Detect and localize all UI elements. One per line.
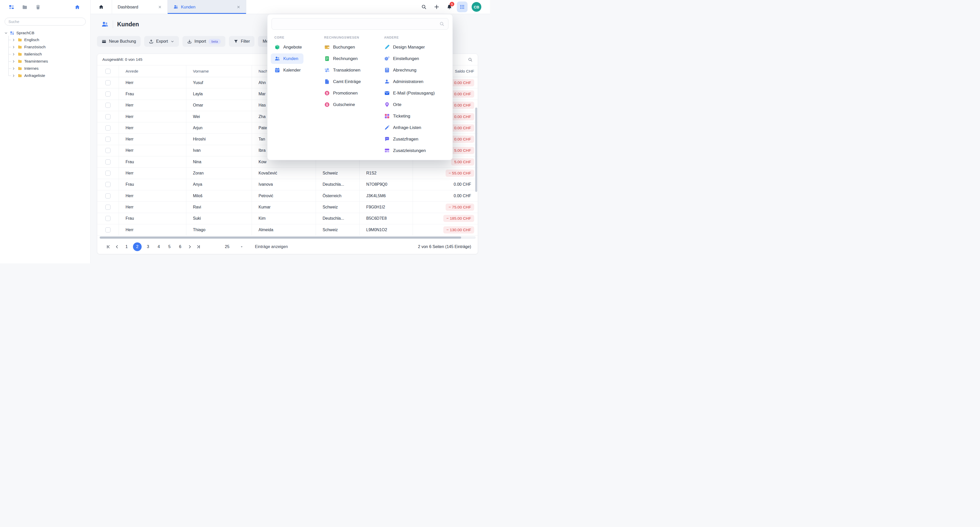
row-checkbox[interactable] — [105, 148, 110, 153]
page-2-button[interactable]: 2 — [133, 243, 142, 251]
filter-button[interactable]: Filter — [229, 36, 255, 47]
horizontal-scrollbar-thumb[interactable] — [100, 236, 461, 239]
row-checkbox[interactable] — [105, 125, 110, 131]
row-checkbox[interactable] — [105, 227, 110, 232]
app-item-kunden[interactable]: Kunden — [271, 53, 304, 64]
home-icon — [99, 4, 104, 10]
tab-kunden[interactable]: Kunden — [168, 0, 246, 14]
rail-tree-view-button[interactable] — [9, 4, 14, 10]
vertical-scrollbar-thumb[interactable] — [475, 107, 477, 192]
page-3-button[interactable]: 3 — [144, 243, 152, 251]
neue-buchung-button[interactable]: Neue Buchung — [97, 36, 141, 47]
app-item-administratoren[interactable]: Administratoren — [384, 77, 450, 87]
close-icon[interactable] — [237, 5, 240, 9]
global-search-button[interactable] — [418, 2, 429, 12]
tree-item-anfrageliste[interactable]: Anfrageliste — [12, 72, 88, 79]
table-row[interactable]: Frau Anya Ivanova Deutschla... N7O8P9Q0 … — [97, 179, 478, 190]
table-row[interactable]: Herr Thiago Almeida Schweiz L9M0N1O2 − 1… — [97, 224, 478, 236]
tree-item-teaminternes[interactable]: Teaminternes — [12, 58, 88, 65]
tree-root[interactable]: SprachCB — [3, 30, 88, 36]
page-4-button[interactable]: 4 — [154, 243, 163, 251]
app-item-transaktionen[interactable]: Transaktionen — [324, 65, 384, 75]
app-item-gutscheine[interactable]: $ Gutscheine — [324, 99, 384, 110]
notifications-button[interactable]: 1 — [444, 2, 455, 12]
tree-item-englisch[interactable]: Englisch — [12, 36, 88, 43]
app-item-camt-eintraege[interactable]: Camt Einträge — [324, 77, 384, 87]
table-search-button[interactable] — [468, 57, 473, 62]
rail-folder-button[interactable] — [22, 4, 27, 10]
app-item-anfrage-listen[interactable]: Anfrage-Listen — [384, 122, 450, 133]
app-item-label: Angebote — [283, 45, 302, 50]
table-row[interactable]: Herr Miloš Petrović Österreich J3K4L5M6 … — [97, 190, 478, 201]
filter-icon — [234, 39, 239, 44]
apps-grid-button[interactable] — [457, 2, 468, 12]
app-item-rechnungen[interactable]: Rechnungen — [324, 53, 384, 64]
row-checkbox[interactable] — [105, 171, 110, 176]
cell-land: Schweiz — [316, 168, 360, 179]
column-header-vorname[interactable]: Vorname — [186, 65, 252, 77]
table-row[interactable]: Frau Suki Kim Deutschla... B5C6D7E8 − 18… — [97, 213, 478, 224]
page-5-button[interactable]: 5 — [165, 243, 174, 251]
row-checkbox[interactable] — [105, 160, 110, 164]
saldo-value: − 55.00 CHF — [445, 169, 474, 177]
row-checkbox[interactable] — [105, 103, 110, 108]
sidebar: SprachCB Englisch Französisch Italienisc… — [0, 0, 91, 264]
previous-page-button[interactable] — [113, 243, 121, 251]
page-title: Kunden — [117, 21, 139, 28]
tree-item-label: Anfrageliste — [24, 73, 45, 78]
app-item-promotionen[interactable]: $ Promotionen — [324, 88, 384, 98]
add-button[interactable] — [431, 2, 442, 12]
next-page-button[interactable] — [186, 243, 194, 251]
table-row[interactable]: Herr Ravi Kumar Schweiz F9G0H1I2 − 75.00… — [97, 201, 478, 213]
rail-trash-button[interactable] — [35, 4, 41, 10]
app-item-angebote[interactable]: Angebote — [274, 42, 324, 53]
app-item-zusatzfragen[interactable]: Zusatzfragen — [384, 134, 450, 144]
apps-search-input[interactable] — [275, 22, 439, 26]
row-checkbox[interactable] — [105, 91, 110, 97]
app-item-kalender[interactable]: Kalender — [274, 65, 324, 75]
cell-code: J3K4L5M6 — [360, 190, 413, 201]
first-page-button[interactable] — [104, 243, 113, 251]
row-checkbox[interactable] — [105, 216, 110, 221]
row-checkbox[interactable] — [105, 193, 110, 198]
chevron-right-icon — [12, 59, 16, 63]
sidebar-search-input[interactable] — [5, 18, 86, 26]
cell-anrede: Herr — [119, 190, 186, 201]
app-item-abrechnung[interactable]: Abrechnung — [384, 65, 450, 75]
page-size-select[interactable]: 25 — [225, 244, 244, 249]
tab-home[interactable] — [91, 0, 112, 14]
avatar[interactable]: CB — [472, 2, 481, 12]
row-checkbox[interactable] — [105, 80, 110, 85]
last-page-button[interactable] — [194, 243, 203, 251]
tree-item-franzoesisch[interactable]: Französisch — [12, 43, 88, 51]
column-header-anrede[interactable]: Anrede — [119, 65, 186, 77]
chevron-down-icon[interactable] — [4, 31, 8, 35]
app-item-ticketing[interactable]: Ticketing — [384, 111, 450, 121]
select-all-checkbox[interactable] — [105, 69, 110, 74]
row-checkbox[interactable] — [105, 182, 110, 187]
app-item-label: Buchungen — [333, 45, 355, 50]
app-item-einstellungen[interactable]: Einstellungen — [384, 53, 450, 64]
vertical-scrollbar[interactable] — [475, 78, 477, 233]
app-item-buchungen[interactable]: Buchungen — [324, 42, 384, 53]
app-item-zusatzleistungen[interactable]: Zusatzleistungen — [384, 145, 450, 156]
row-checkbox[interactable] — [105, 137, 110, 142]
app-item-e-mail-postausgang[interactable]: E-Mail (Postausgang) — [384, 88, 450, 98]
app-item-orte[interactable]: Orte — [384, 99, 450, 110]
tree-item-internes[interactable]: Internes — [12, 65, 88, 72]
tab-dashboard[interactable]: Dashboard — [112, 0, 168, 14]
horizontal-scrollbar[interactable] — [99, 236, 476, 239]
tree-item-italienisch[interactable]: Italienisch — [12, 51, 88, 58]
cell-anrede: Herr — [119, 224, 186, 235]
page-1-button[interactable]: 1 — [122, 243, 131, 251]
rail-home-button[interactable] — [75, 4, 80, 10]
import-button[interactable]: Import beta — [183, 36, 225, 47]
page-6-button[interactable]: 6 — [176, 243, 185, 251]
app-item-design-manager[interactable]: Design Manager — [384, 42, 450, 53]
row-checkbox[interactable] — [105, 204, 110, 210]
export-button[interactable]: Export — [144, 36, 179, 47]
row-checkbox[interactable] — [105, 114, 110, 119]
folder-icon — [18, 66, 22, 71]
close-icon[interactable] — [158, 5, 162, 9]
table-row[interactable]: Herr Zoran Kovačević Schweiz R1S2 − 55.0… — [97, 168, 478, 179]
